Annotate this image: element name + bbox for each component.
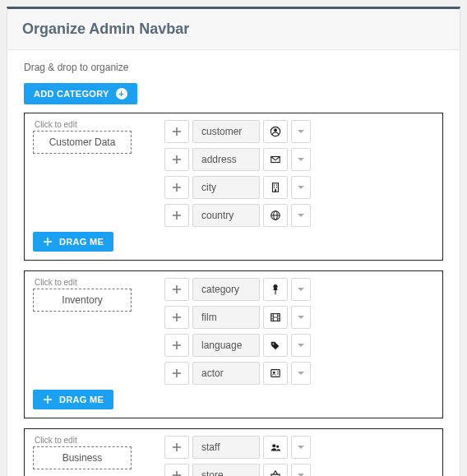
envelope-icon: [263, 148, 288, 171]
nav-item-label: city: [192, 176, 260, 199]
pin-icon: [263, 278, 288, 301]
globe-icon: [263, 204, 288, 227]
nav-item-row[interactable]: film: [164, 306, 434, 329]
item-options-dropdown[interactable]: [291, 204, 311, 227]
click-to-edit-hint: Click to edit: [35, 278, 148, 287]
nav-item-label: store: [192, 464, 260, 476]
basket-icon: [263, 464, 288, 476]
item-options-dropdown[interactable]: [291, 334, 311, 357]
plus-circle-icon: +: [116, 88, 127, 99]
nav-item-row[interactable]: address: [164, 148, 434, 171]
move-icon[interactable]: [164, 464, 189, 476]
nav-item-list: categoryfilmlanguageactor: [164, 278, 434, 385]
nav-item-row[interactable]: store: [164, 464, 434, 476]
item-options-dropdown[interactable]: [291, 148, 311, 171]
nav-item-row[interactable]: language: [164, 334, 434, 357]
item-options-dropdown[interactable]: [291, 306, 311, 329]
drag-category-handle[interactable]: DRAG ME: [33, 232, 113, 252]
category-block: Click to editBusinessstaffstorepaymentre…: [24, 428, 443, 476]
nav-item-label: actor: [192, 362, 260, 385]
move-icon[interactable]: [164, 120, 189, 143]
panel-body: Drag & drop to organize ADD CATEGORY + C…: [7, 50, 460, 476]
move-icon[interactable]: [164, 148, 189, 171]
chevron-down-icon: [298, 316, 304, 319]
nav-item-row[interactable]: actor: [164, 362, 434, 385]
move-icon[interactable]: [164, 334, 189, 357]
nav-item-list: staffstorepaymentrental: [164, 436, 434, 476]
category-block: Click to editInventorycategoryfilmlangua…: [24, 270, 443, 418]
tags-icon: [263, 334, 288, 357]
move-icon[interactable]: [164, 204, 189, 227]
chevron-down-icon: [298, 446, 304, 449]
click-to-edit-hint: Click to edit: [35, 436, 148, 445]
category-name-input[interactable]: Business: [33, 446, 132, 469]
category-name-input[interactable]: Inventory: [33, 289, 132, 312]
move-icon[interactable]: [164, 278, 189, 301]
chevron-down-icon: [298, 158, 304, 161]
nav-item-row[interactable]: category: [164, 278, 434, 301]
chevron-down-icon: [298, 214, 304, 217]
category-list: Click to editCustomer Datacustomeraddres…: [24, 113, 443, 476]
chevron-down-icon: [298, 288, 304, 291]
chevron-down-icon: [298, 372, 304, 375]
page-title: Organize Admin Navbar: [7, 9, 460, 50]
nav-item-label: country: [192, 204, 260, 227]
nav-item-row[interactable]: customer: [164, 120, 434, 143]
nav-item-row[interactable]: staff: [164, 436, 434, 459]
id-card-icon: [263, 362, 288, 385]
nav-item-label: film: [192, 306, 260, 329]
users-icon: [263, 436, 288, 459]
category-block: Click to editCustomer Datacustomeraddres…: [24, 113, 443, 261]
chevron-down-icon: [298, 344, 304, 347]
nav-item-label: staff: [192, 436, 260, 459]
add-category-button[interactable]: ADD CATEGORY +: [24, 83, 137, 104]
add-category-label: ADD CATEGORY: [34, 89, 109, 99]
category-name-input[interactable]: Customer Data: [33, 131, 132, 154]
nav-item-label: customer: [192, 120, 260, 143]
chevron-down-icon: [298, 130, 304, 133]
drag-drop-hint: Drag & drop to organize: [24, 62, 443, 73]
move-icon[interactable]: [164, 176, 189, 199]
move-icon[interactable]: [164, 436, 189, 459]
item-options-dropdown[interactable]: [291, 362, 311, 385]
organize-navbar-panel: Organize Admin Navbar Drag & drop to org…: [7, 7, 460, 476]
item-options-dropdown[interactable]: [291, 120, 311, 143]
nav-item-list: customeraddresscitycountry: [164, 120, 434, 227]
nav-item-label: address: [192, 148, 260, 171]
nav-item-row[interactable]: country: [164, 204, 434, 227]
drag-category-handle[interactable]: DRAG ME: [33, 390, 113, 409]
nav-item-row[interactable]: city: [164, 176, 434, 199]
click-to-edit-hint: Click to edit: [35, 120, 148, 129]
nav-item-label: language: [192, 334, 260, 357]
move-icon[interactable]: [164, 362, 189, 385]
film-icon: [263, 306, 288, 329]
move-icon[interactable]: [164, 306, 189, 329]
item-options-dropdown[interactable]: [291, 278, 311, 301]
item-options-dropdown[interactable]: [291, 464, 311, 476]
move-icon: [43, 237, 53, 247]
item-options-dropdown[interactable]: [291, 436, 311, 459]
move-icon: [43, 395, 53, 404]
user-circle-icon: [263, 120, 288, 143]
chevron-down-icon: [298, 186, 304, 189]
building-icon: [263, 176, 288, 199]
nav-item-label: category: [192, 278, 260, 301]
item-options-dropdown[interactable]: [291, 176, 311, 199]
